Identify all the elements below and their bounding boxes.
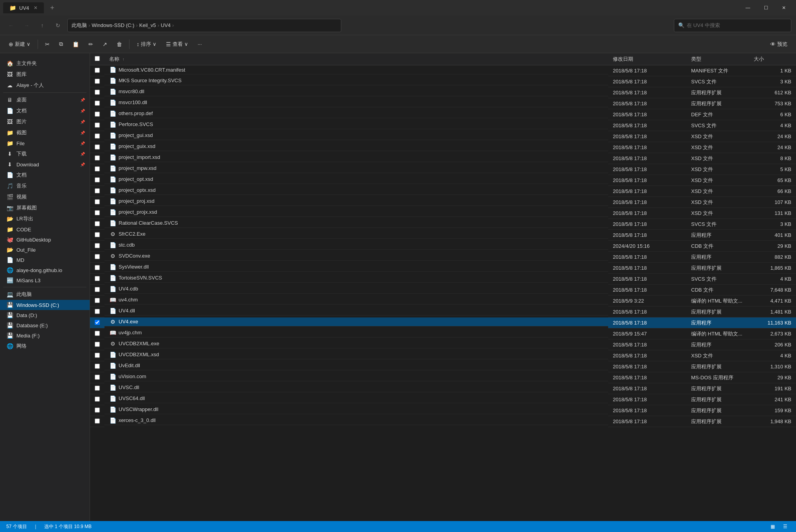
sidebar-item-docx[interactable]: 📄 文档 xyxy=(0,170,90,180)
table-row[interactable]: 📄msvcr100.dll2018/5/8 17:18应用程序扩展753 KB xyxy=(90,98,796,109)
sidebar-item-file[interactable]: 📁 File 📌 xyxy=(0,138,90,148)
refresh-button[interactable]: ↻ xyxy=(52,19,64,32)
new-tab-button[interactable]: + xyxy=(50,4,54,12)
table-row[interactable]: 📄msvcr80.dll2018/5/8 17:18应用程序扩展612 KB xyxy=(90,87,796,98)
row-checkbox[interactable] xyxy=(95,309,100,314)
sidebar-item-database[interactable]: 💾 Database (E:) xyxy=(0,320,90,330)
preview-button[interactable]: 👁 预览 xyxy=(766,39,791,49)
breadcrumb-uv4[interactable]: UV4 xyxy=(161,22,171,28)
sidebar-item-music[interactable]: 🎵 音乐 xyxy=(0,180,90,191)
table-row[interactable]: ⚙UVCDB2XML.exe2018/5/8 17:18应用程序206 KB xyxy=(90,339,796,350)
cut-button[interactable]: ✂ xyxy=(41,40,54,49)
table-row[interactable]: ⚙UV4.exe2018/5/8 17:18应用程序11,163 KB xyxy=(90,317,796,328)
row-checkbox[interactable] xyxy=(95,364,100,369)
table-row[interactable]: 📄project_projx.xsd2018/5/8 17:18XSD 文件13… xyxy=(90,208,796,219)
search-box[interactable]: 🔍 xyxy=(674,19,791,32)
row-checkbox[interactable] xyxy=(95,68,100,73)
row-checkbox[interactable] xyxy=(95,155,100,161)
table-row[interactable]: 📄project_guix.xsd2018/5/8 17:18XSD 文件24 … xyxy=(90,142,796,153)
forward-button[interactable]: → xyxy=(20,19,33,32)
sidebar-item-gallery[interactable]: 🖼 图库 xyxy=(0,69,90,80)
breadcrumb-winssd[interactable]: Windows-SSD (C:) xyxy=(92,22,134,28)
table-row[interactable]: 📄SysViewer.dll2018/5/8 17:18应用程序扩展1,865 … xyxy=(90,263,796,274)
table-row[interactable]: ⚙SVDConv.exe2018/5/8 17:18应用程序882 KB xyxy=(90,252,796,263)
row-checkbox[interactable] xyxy=(95,243,100,248)
share-button[interactable]: ↗ xyxy=(99,40,111,49)
table-row[interactable]: 📄Perforce.SVCS2018/5/8 17:18SVCS 文件4 KB xyxy=(90,120,796,131)
table-row[interactable]: 📄uVision.com2018/5/8 17:18MS-DOS 应用程序29 … xyxy=(90,372,796,383)
up-button[interactable]: ↑ xyxy=(36,19,49,32)
table-row[interactable]: 📄UVCDB2XML.xsd2018/5/8 17:18XSD 文件4 KB xyxy=(90,350,796,361)
row-checkbox[interactable] xyxy=(95,199,100,204)
select-all-checkbox[interactable] xyxy=(95,56,100,61)
row-checkbox[interactable] xyxy=(95,408,100,413)
table-row[interactable]: 📄UvEdit.dll2018/5/8 17:18应用程序扩展1,310 KB xyxy=(90,361,796,372)
th-size[interactable]: 大小 xyxy=(749,53,796,65)
th-name[interactable]: 名称 ↑ xyxy=(104,53,608,65)
row-checkbox[interactable] xyxy=(95,232,100,237)
sidebar-item-alayedong[interactable]: 🌐 alaye-dong.github.io xyxy=(0,265,90,275)
table-row[interactable]: 📖uv4jp.chm2018/5/9 15:47编译的 HTML 帮助文...2… xyxy=(90,328,796,339)
th-type[interactable]: 类型 xyxy=(686,53,749,65)
table-row[interactable]: 📄stc.cdb2024/4/20 15:16CDB 文件29 KB xyxy=(90,241,796,252)
sidebar-item-desktop[interactable]: 🖥 桌面 📌 xyxy=(0,94,90,105)
sidebar-item-datad[interactable]: 💾 Data (D:) xyxy=(0,310,90,320)
sidebar-item-download2[interactable]: ⬇ Download 📌 xyxy=(0,159,90,170)
row-checkbox[interactable] xyxy=(95,112,100,117)
th-checkbox[interactable] xyxy=(90,53,104,65)
row-checkbox[interactable] xyxy=(95,210,100,215)
maximize-button[interactable]: ☐ xyxy=(757,0,775,16)
table-row[interactable]: 📄UVSCWrapper.dll2018/5/8 17:18应用程序扩展159 … xyxy=(90,405,796,416)
sidebar-item-network[interactable]: 🌐 网络 xyxy=(0,341,90,352)
breadcrumb-thispc[interactable]: 此电脑 xyxy=(72,22,87,29)
delete-button[interactable]: 🗑 xyxy=(113,40,126,49)
row-checkbox[interactable] xyxy=(95,397,100,402)
table-row[interactable]: 📄project_optx.xsd2018/5/8 17:18XSD 文件66 … xyxy=(90,186,796,197)
table-row[interactable]: ⚙SfrCC2.Exe2018/5/8 17:18应用程序401 KB xyxy=(90,230,796,241)
row-checkbox[interactable] xyxy=(95,320,100,325)
row-checkbox[interactable] xyxy=(95,188,100,193)
sidebar-item-thispc[interactable]: 💻 此电脑 xyxy=(0,289,90,300)
paste-button[interactable]: 📋 xyxy=(68,40,83,49)
row-checkbox[interactable] xyxy=(95,342,100,347)
sidebar-item-pictures[interactable]: 🖼 图片 📌 xyxy=(0,116,90,127)
sidebar-item-outfile[interactable]: 📂 Out_File xyxy=(0,245,90,255)
table-row[interactable]: 📄xerces-c_3_0.dll2018/5/8 17:18应用程序扩展1,9… xyxy=(90,416,796,427)
row-checkbox[interactable] xyxy=(95,221,100,226)
row-checkbox[interactable] xyxy=(95,90,100,95)
table-row[interactable]: 📄UV4.cdb2018/5/8 17:18CDB 文件7,648 KB xyxy=(90,285,796,296)
row-checkbox[interactable] xyxy=(95,331,100,336)
table-row[interactable]: 📄MKS Source Integrity.SVCS2018/5/8 17:18… xyxy=(90,76,796,87)
new-button[interactable]: ⊕ 新建 ∨ xyxy=(5,39,34,49)
table-row[interactable]: 📖uv4.chm2018/5/9 3:22编译的 HTML 帮助文...4,47… xyxy=(90,296,796,307)
sidebar-item-md[interactable]: 📄 MD xyxy=(0,255,90,265)
th-date[interactable]: 修改日期 xyxy=(608,53,686,65)
sidebar-item-misans[interactable]: 🔤 MiSans L3 xyxy=(0,275,90,285)
close-button[interactable]: ✕ xyxy=(775,0,793,16)
table-row[interactable]: 📄project_gui.xsd2018/5/8 17:18XSD 文件24 K… xyxy=(90,131,796,142)
breadcrumb-keilv5[interactable]: Keil_v5 xyxy=(139,22,156,28)
row-checkbox[interactable] xyxy=(95,418,100,424)
sort-button[interactable]: ↕ 排序 ∨ xyxy=(133,39,160,49)
table-row[interactable]: 📄Microsoft.VC80.CRT.manifest2018/5/8 17:… xyxy=(90,65,796,76)
table-row[interactable]: 📄project_proj.xsd2018/5/8 17:18XSD 文件107… xyxy=(90,197,796,208)
row-checkbox[interactable] xyxy=(95,375,100,380)
row-checkbox[interactable] xyxy=(95,265,100,270)
table-row[interactable]: 📄UVSC.dll2018/5/8 17:18应用程序扩展191 KB xyxy=(90,383,796,394)
row-checkbox[interactable] xyxy=(95,386,100,391)
list-view-button[interactable]: ☰ xyxy=(780,523,790,530)
row-checkbox[interactable] xyxy=(95,123,100,128)
sidebar-item-code[interactable]: 📁 CODE xyxy=(0,224,90,234)
sidebar-item-downloads[interactable]: ⬇ 下载 📌 xyxy=(0,148,90,159)
table-row[interactable]: 📄UVSC64.dll2018/5/8 17:18应用程序扩展241 KB xyxy=(90,394,796,405)
row-checkbox[interactable] xyxy=(95,254,100,259)
row-checkbox[interactable] xyxy=(95,166,100,171)
row-checkbox[interactable] xyxy=(95,79,100,84)
sidebar-item-screenshots[interactable]: 📁 截图 📌 xyxy=(0,127,90,138)
sidebar-item-mediaf[interactable]: 💾 Media (F:) xyxy=(0,330,90,341)
sidebar-item-lrexport[interactable]: 📂 LR导出 xyxy=(0,213,90,224)
sidebar-item-winssd[interactable]: 💾 Windows-SSD (C:) xyxy=(0,300,90,310)
search-input[interactable] xyxy=(687,22,787,28)
grid-view-button[interactable]: ▦ xyxy=(768,523,777,530)
sidebar-item-screencap[interactable]: 📷 屏幕截图 xyxy=(0,202,90,213)
